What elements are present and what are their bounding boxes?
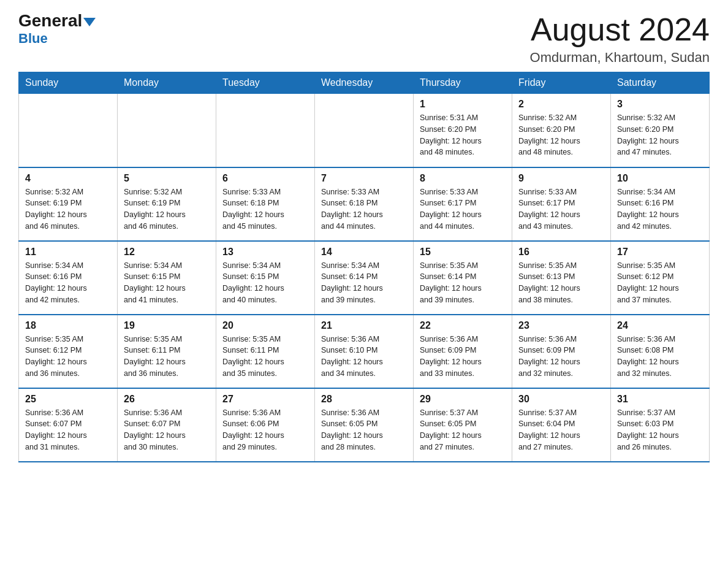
logo-blue: Blue — [18, 31, 48, 47]
day-info: Sunrise: 5:35 AMSunset: 6:11 PMDaylight:… — [124, 334, 210, 380]
col-wednesday: Wednesday — [315, 72, 414, 94]
day-number: 5 — [124, 173, 210, 184]
day-number: 19 — [124, 320, 210, 331]
day-number: 9 — [518, 173, 604, 184]
col-friday: Friday — [512, 72, 611, 94]
day-number: 21 — [321, 320, 407, 331]
day-cell: 30Sunrise: 5:37 AMSunset: 6:04 PMDayligh… — [512, 388, 611, 462]
day-number: 27 — [222, 394, 308, 405]
day-cell: 27Sunrise: 5:36 AMSunset: 6:06 PMDayligh… — [216, 388, 315, 462]
day-cell: 19Sunrise: 5:35 AMSunset: 6:11 PMDayligh… — [118, 315, 216, 388]
day-info: Sunrise: 5:33 AMSunset: 6:17 PMDaylight:… — [518, 186, 604, 232]
day-cell: 4Sunrise: 5:32 AMSunset: 6:19 PMDaylight… — [19, 167, 118, 241]
day-info: Sunrise: 5:36 AMSunset: 6:07 PMDaylight:… — [25, 407, 111, 453]
day-cell: 29Sunrise: 5:37 AMSunset: 6:05 PMDayligh… — [414, 388, 512, 462]
day-info: Sunrise: 5:35 AMSunset: 6:12 PMDaylight:… — [617, 260, 703, 306]
day-info: Sunrise: 5:33 AMSunset: 6:17 PMDaylight:… — [420, 186, 506, 232]
day-number: 18 — [25, 320, 111, 331]
day-cell: 20Sunrise: 5:35 AMSunset: 6:11 PMDayligh… — [216, 315, 315, 388]
col-sunday: Sunday — [19, 72, 118, 94]
week-row-3: 11Sunrise: 5:34 AMSunset: 6:16 PMDayligh… — [19, 241, 710, 315]
day-number: 8 — [420, 173, 506, 184]
day-cell: 15Sunrise: 5:35 AMSunset: 6:14 PMDayligh… — [414, 241, 512, 315]
week-row-2: 4Sunrise: 5:32 AMSunset: 6:19 PMDaylight… — [19, 167, 710, 241]
day-cell: 9Sunrise: 5:33 AMSunset: 6:17 PMDaylight… — [512, 167, 611, 241]
day-number: 30 — [518, 394, 604, 405]
day-info: Sunrise: 5:33 AMSunset: 6:18 PMDaylight:… — [321, 186, 407, 232]
day-info: Sunrise: 5:36 AMSunset: 6:08 PMDaylight:… — [617, 334, 703, 380]
day-info: Sunrise: 5:35 AMSunset: 6:14 PMDaylight:… — [420, 260, 506, 306]
day-info: Sunrise: 5:36 AMSunset: 6:05 PMDaylight:… — [321, 407, 407, 453]
title-block: August 2024 Omdurman, Khartoum, Sudan — [530, 12, 710, 66]
day-info: Sunrise: 5:34 AMSunset: 6:16 PMDaylight:… — [25, 260, 111, 306]
day-cell: 24Sunrise: 5:36 AMSunset: 6:08 PMDayligh… — [611, 315, 710, 388]
day-info: Sunrise: 5:35 AMSunset: 6:11 PMDaylight:… — [222, 334, 308, 380]
calendar-table: Sunday Monday Tuesday Wednesday Thursday… — [18, 72, 710, 462]
day-cell: 26Sunrise: 5:36 AMSunset: 6:07 PMDayligh… — [118, 388, 216, 462]
day-number: 15 — [420, 247, 506, 258]
day-info: Sunrise: 5:36 AMSunset: 6:10 PMDaylight:… — [321, 334, 407, 380]
day-cell — [315, 94, 414, 167]
col-thursday: Thursday — [414, 72, 512, 94]
day-number: 1 — [420, 99, 506, 110]
day-number: 25 — [25, 394, 111, 405]
day-info: Sunrise: 5:37 AMSunset: 6:05 PMDaylight:… — [420, 407, 506, 453]
day-cell: 3Sunrise: 5:32 AMSunset: 6:20 PMDaylight… — [611, 94, 710, 167]
day-number: 28 — [321, 394, 407, 405]
day-cell: 23Sunrise: 5:36 AMSunset: 6:09 PMDayligh… — [512, 315, 611, 388]
day-cell: 10Sunrise: 5:34 AMSunset: 6:16 PMDayligh… — [611, 167, 710, 241]
day-number: 17 — [617, 247, 703, 258]
day-number: 23 — [518, 320, 604, 331]
day-number: 16 — [518, 247, 604, 258]
day-number: 2 — [518, 99, 604, 110]
day-info: Sunrise: 5:34 AMSunset: 6:16 PMDaylight:… — [617, 186, 703, 232]
day-cell: 28Sunrise: 5:36 AMSunset: 6:05 PMDayligh… — [315, 388, 414, 462]
day-number: 6 — [222, 173, 308, 184]
day-cell — [118, 94, 216, 167]
day-number: 31 — [617, 394, 703, 405]
day-cell: 17Sunrise: 5:35 AMSunset: 6:12 PMDayligh… — [611, 241, 710, 315]
day-number: 22 — [420, 320, 506, 331]
day-cell: 18Sunrise: 5:35 AMSunset: 6:12 PMDayligh… — [19, 315, 118, 388]
day-info: Sunrise: 5:34 AMSunset: 6:15 PMDaylight:… — [124, 260, 210, 306]
col-saturday: Saturday — [611, 72, 710, 94]
day-number: 3 — [617, 99, 703, 110]
day-number: 7 — [321, 173, 407, 184]
calendar-subtitle: Omdurman, Khartoum, Sudan — [530, 50, 710, 66]
day-info: Sunrise: 5:36 AMSunset: 6:09 PMDaylight:… — [420, 334, 506, 380]
day-cell: 31Sunrise: 5:37 AMSunset: 6:03 PMDayligh… — [611, 388, 710, 462]
week-row-5: 25Sunrise: 5:36 AMSunset: 6:07 PMDayligh… — [19, 388, 710, 462]
logo: General Blue — [18, 12, 96, 47]
day-cell: 1Sunrise: 5:31 AMSunset: 6:20 PMDaylight… — [414, 94, 512, 167]
day-number: 29 — [420, 394, 506, 405]
col-tuesday: Tuesday — [216, 72, 315, 94]
day-info: Sunrise: 5:36 AMSunset: 6:09 PMDaylight:… — [518, 334, 604, 380]
day-info: Sunrise: 5:36 AMSunset: 6:06 PMDaylight:… — [222, 407, 308, 453]
day-number: 13 — [222, 247, 308, 258]
day-cell: 22Sunrise: 5:36 AMSunset: 6:09 PMDayligh… — [414, 315, 512, 388]
day-cell: 12Sunrise: 5:34 AMSunset: 6:15 PMDayligh… — [118, 241, 216, 315]
day-info: Sunrise: 5:32 AMSunset: 6:19 PMDaylight:… — [25, 186, 111, 232]
day-cell: 21Sunrise: 5:36 AMSunset: 6:10 PMDayligh… — [315, 315, 414, 388]
day-info: Sunrise: 5:32 AMSunset: 6:19 PMDaylight:… — [124, 186, 210, 232]
day-cell: 6Sunrise: 5:33 AMSunset: 6:18 PMDaylight… — [216, 167, 315, 241]
day-info: Sunrise: 5:35 AMSunset: 6:13 PMDaylight:… — [518, 260, 604, 306]
day-number: 20 — [222, 320, 308, 331]
day-cell: 25Sunrise: 5:36 AMSunset: 6:07 PMDayligh… — [19, 388, 118, 462]
day-cell — [19, 94, 118, 167]
day-cell — [216, 94, 315, 167]
day-number: 14 — [321, 247, 407, 258]
day-info: Sunrise: 5:37 AMSunset: 6:04 PMDaylight:… — [518, 407, 604, 453]
day-cell: 2Sunrise: 5:32 AMSunset: 6:20 PMDaylight… — [512, 94, 611, 167]
day-info: Sunrise: 5:31 AMSunset: 6:20 PMDaylight:… — [420, 112, 506, 158]
day-info: Sunrise: 5:35 AMSunset: 6:12 PMDaylight:… — [25, 334, 111, 380]
day-cell: 13Sunrise: 5:34 AMSunset: 6:15 PMDayligh… — [216, 241, 315, 315]
day-info: Sunrise: 5:33 AMSunset: 6:18 PMDaylight:… — [222, 186, 308, 232]
day-cell: 5Sunrise: 5:32 AMSunset: 6:19 PMDaylight… — [118, 167, 216, 241]
day-info: Sunrise: 5:36 AMSunset: 6:07 PMDaylight:… — [124, 407, 210, 453]
logo-triangle-icon — [83, 18, 96, 26]
day-cell: 11Sunrise: 5:34 AMSunset: 6:16 PMDayligh… — [19, 241, 118, 315]
day-info: Sunrise: 5:34 AMSunset: 6:14 PMDaylight:… — [321, 260, 407, 306]
col-monday: Monday — [118, 72, 216, 94]
day-info: Sunrise: 5:34 AMSunset: 6:15 PMDaylight:… — [222, 260, 308, 306]
